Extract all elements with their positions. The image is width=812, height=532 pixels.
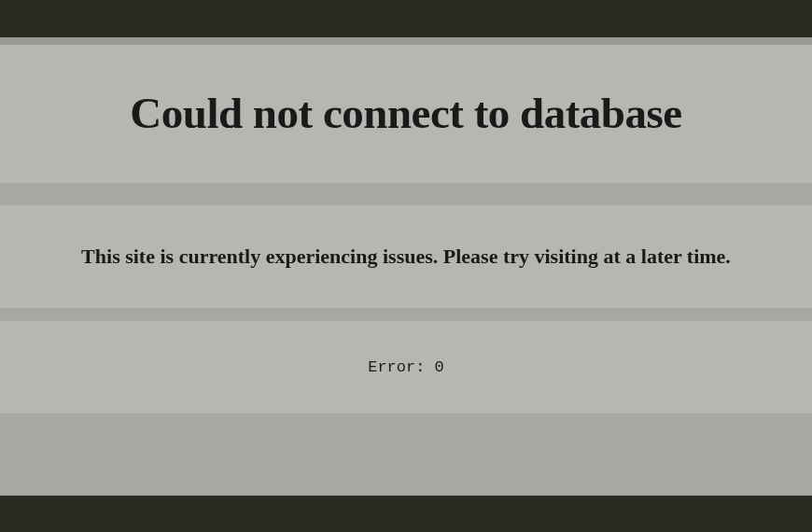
bottom-bar bbox=[0, 496, 812, 532]
error-message: This site is currently experiencing issu… bbox=[19, 245, 793, 269]
row-separator bbox=[0, 183, 812, 205]
message-row: This site is currently experiencing issu… bbox=[0, 205, 812, 308]
heading-row: Could not connect to database bbox=[0, 45, 812, 183]
error-title: Could not connect to database bbox=[19, 88, 793, 138]
top-bar bbox=[0, 0, 812, 37]
divider bbox=[0, 37, 812, 45]
row-separator bbox=[0, 308, 812, 321]
error-code-row: Error: 0 bbox=[0, 321, 812, 413]
content-area: Could not connect to database This site … bbox=[0, 45, 812, 496]
row-separator bbox=[0, 413, 812, 496]
error-code: Error: 0 bbox=[19, 358, 793, 376]
